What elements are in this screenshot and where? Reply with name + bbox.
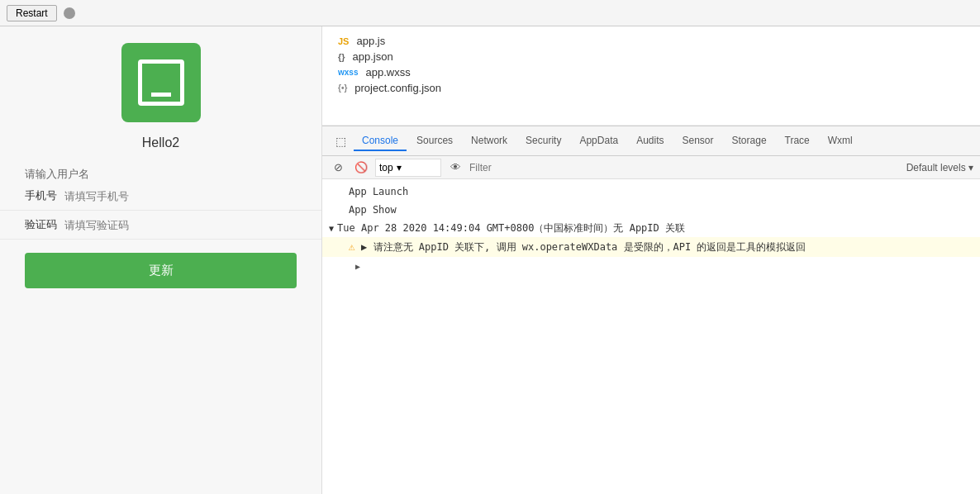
tab-sensor[interactable]: Sensor xyxy=(674,131,722,151)
console-line-expand[interactable]: ▶ xyxy=(322,257,980,275)
devtools-panel: ⬚ Console Sources Network Security AppDa… xyxy=(322,126,980,494)
warning-icon: ⚠ xyxy=(349,240,355,253)
file-tree: JS app.js {} app.json wxss app.wxss {•} … xyxy=(322,26,980,126)
file-name-appwxss: app.wxss xyxy=(365,66,410,78)
file-item-appjs[interactable]: JS app.js xyxy=(335,33,967,49)
main-layout: Hello2 请输入用户名 手机号 验证码 更新 JS app.js {} ap… xyxy=(0,26,980,494)
console-line-applaunch: App Launch xyxy=(322,183,980,201)
chevron-down-icon: ▾ xyxy=(397,162,402,173)
tab-appdata[interactable]: AppData xyxy=(571,131,626,151)
app-name: Hello2 xyxy=(142,135,179,150)
file-item-projectconfig[interactable]: {•} project.config.json xyxy=(335,80,967,96)
code-input[interactable] xyxy=(64,219,297,231)
default-levels-button[interactable]: Default levels ▾ xyxy=(906,162,973,173)
inspect-icon[interactable]: ⬚ xyxy=(329,130,352,153)
code-label: 验证码 xyxy=(25,217,64,232)
app-icon xyxy=(121,43,201,122)
eye-icon[interactable]: 👁 xyxy=(446,159,464,177)
file-name-appjson: app.json xyxy=(353,50,393,63)
tab-trace[interactable]: Trace xyxy=(777,131,818,151)
update-button[interactable]: 更新 xyxy=(25,253,297,288)
console-toolbar: ⊘ 🚫 top ▾ 👁 Default levels ▾ xyxy=(322,156,980,179)
expand-triangle-icon[interactable]: ▼ xyxy=(329,222,334,235)
config-icon: {•} xyxy=(335,83,350,93)
simulator-panel: Hello2 请输入用户名 手机号 验证码 更新 xyxy=(0,26,322,494)
top-bar: Restart xyxy=(0,0,980,26)
tab-storage[interactable]: Storage xyxy=(724,131,775,151)
filter-input[interactable] xyxy=(469,162,902,173)
clear-console-button[interactable]: ⊘ xyxy=(329,159,347,177)
tab-sources[interactable]: Sources xyxy=(408,131,461,151)
phone-row: 手机号 xyxy=(0,182,321,211)
wxss-icon: wxss xyxy=(335,67,360,78)
tab-audits[interactable]: Audits xyxy=(628,131,672,151)
user-label: 请输入用户名 xyxy=(25,167,89,182)
console-line-warning: ⚠ ▶ 请注意无 AppID 关联下, 调用 wx.operateWXData … xyxy=(322,237,980,257)
file-item-appwxss[interactable]: wxss app.wxss xyxy=(335,64,967,80)
phone-input[interactable] xyxy=(64,190,297,202)
context-selector[interactable]: top ▾ xyxy=(375,159,441,177)
tab-security[interactable]: Security xyxy=(517,131,569,151)
status-dot xyxy=(64,7,75,19)
file-item-appjson[interactable]: {} app.json xyxy=(335,49,967,64)
file-name-projectconfig: project.config.json xyxy=(354,82,441,94)
tab-console[interactable]: Console xyxy=(354,131,407,151)
file-name-appjs: app.js xyxy=(356,35,385,47)
code-row: 验证码 xyxy=(0,211,321,240)
console-output: App Launch App Show ▼ Tue Apr 28 2020 14… xyxy=(322,179,980,494)
timestamp-text: Tue Apr 28 2020 14:49:04 GMT+0800（中国标准时间… xyxy=(337,221,685,235)
console-line-timestamp: ▼ Tue Apr 28 2020 14:49:04 GMT+0800（中国标准… xyxy=(322,219,980,237)
js-icon: JS xyxy=(335,36,351,47)
top-value: top xyxy=(379,162,393,173)
console-line-appshow: App Show xyxy=(322,201,980,219)
tab-network[interactable]: Network xyxy=(463,131,516,151)
restart-button[interactable]: Restart xyxy=(7,5,57,21)
phone-label: 手机号 xyxy=(25,188,64,203)
tab-wxml[interactable]: Wxml xyxy=(820,131,861,151)
devtools-tabs-bar: ⬚ Console Sources Network Security AppDa… xyxy=(322,126,980,156)
expand-arrow-icon[interactable]: ▶ xyxy=(355,262,360,271)
app-icon-line xyxy=(151,93,171,97)
right-panel: JS app.js {} app.json wxss app.wxss {•} … xyxy=(322,26,980,494)
no-network-icon[interactable]: 🚫 xyxy=(352,159,370,177)
app-icon-inner xyxy=(138,59,184,106)
json-icon: {} xyxy=(335,51,348,63)
